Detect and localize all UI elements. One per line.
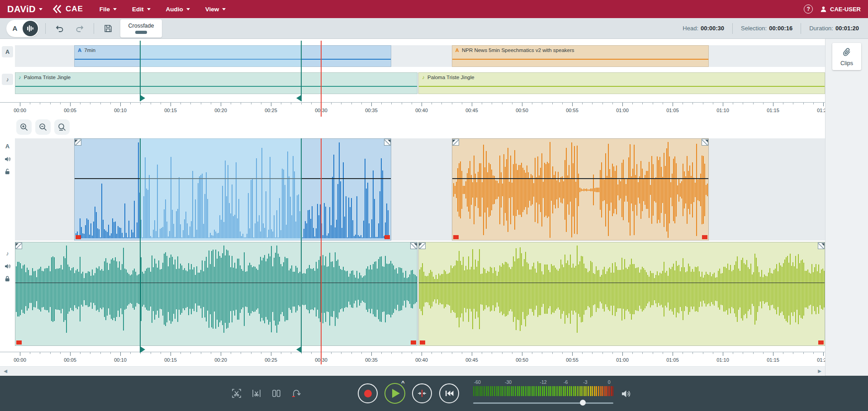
play-from-playhead-button[interactable]: [412, 383, 432, 403]
redo-button[interactable]: [72, 21, 87, 36]
ruler-tick: [502, 352, 503, 354]
track-music-volume-button[interactable]: [3, 262, 12, 270]
undo-button[interactable]: [52, 21, 67, 36]
clip-volume-line[interactable]: [15, 283, 417, 283]
overview-track-music-badge[interactable]: ♪: [2, 74, 13, 85]
clip-marker-left[interactable]: [76, 235, 81, 239]
overview-clip-paloma-triste-jingle[interactable]: ♪Paloma Triste Jingle: [15, 72, 417, 94]
zoom-in-button[interactable]: [16, 119, 32, 135]
clip-paloma-triste-jingle[interactable]: [418, 242, 825, 346]
scroll-right-button[interactable]: ▶: [816, 368, 823, 374]
david-logo-menu[interactable]: DAViD: [7, 4, 43, 14]
fade-out-handle[interactable]: [384, 139, 391, 146]
fade-in-handle[interactable]: [419, 242, 426, 249]
overview-clip-7min[interactable]: A7min: [74, 45, 392, 67]
track-a-volume-button[interactable]: [3, 155, 12, 163]
menu-file[interactable]: File: [100, 6, 117, 13]
clip-volume-line[interactable]: [75, 178, 391, 179]
ruler-tick: [301, 103, 302, 104]
ruler-tick-label: 01:20: [817, 357, 825, 363]
user-menu[interactable]: CAE-USER: [820, 6, 861, 13]
clip-volume-line[interactable]: [419, 283, 825, 283]
overview-ruler[interactable]: 00:0000:0500:1000:1500:2000:2500:3000:35…: [0, 102, 825, 117]
main-ruler[interactable]: 00:0000:0500:1000:1500:2000:2500:3000:35…: [0, 352, 825, 365]
clips-panel-button[interactable]: Clips: [832, 43, 861, 70]
selection-end-marker[interactable]: [296, 95, 301, 101]
skip-to-start-button[interactable]: [439, 383, 459, 403]
clip-marker-left[interactable]: [420, 340, 425, 345]
fade-out-handle[interactable]: [410, 242, 417, 249]
toolbar: A Crossfade Head:00:00:30 Selection:00:0…: [0, 18, 868, 39]
selection-end-line[interactable]: [301, 41, 302, 101]
monitor-mute-button[interactable]: [621, 388, 631, 401]
selection-end-line[interactable]: [301, 138, 302, 353]
overview-track-a-badge[interactable]: A: [2, 46, 13, 57]
zoom-fit-button[interactable]: [54, 119, 70, 135]
menu-edit[interactable]: Edit: [132, 6, 151, 13]
playhead[interactable]: [321, 138, 322, 364]
clip-type-icon: ♪: [422, 75, 425, 80]
zoom-out-button[interactable]: [35, 119, 51, 135]
selection-start-line[interactable]: [140, 138, 141, 353]
scroll-left-button[interactable]: ◀: [2, 368, 9, 374]
ruler-tick: [281, 352, 281, 354]
fade-in-handle[interactable]: [75, 139, 81, 146]
ruler-tick: [512, 352, 512, 354]
fade-out-handle[interactable]: [702, 139, 708, 146]
waveform-mode-button[interactable]: [23, 21, 38, 36]
help-button[interactable]: ?: [804, 5, 813, 14]
trim-selection-button[interactable]: [251, 388, 262, 400]
selection-end-marker[interactable]: [296, 346, 301, 353]
ruler-tick: [161, 103, 161, 104]
clip-marker-right[interactable]: [818, 340, 824, 345]
chevron-down-icon: [113, 8, 117, 10]
horizontal-scrollbar[interactable]: ◀ ▶: [0, 366, 825, 375]
fade-in-handle[interactable]: [15, 242, 22, 249]
track-music-lock-button[interactable]: [3, 274, 12, 283]
clip-marker-right[interactable]: [702, 235, 707, 239]
crossfade-button[interactable]: Crossfade: [120, 19, 162, 38]
clip-paloma-triste-jingle[interactable]: [15, 242, 417, 346]
meter-scale-label: 0: [608, 379, 611, 385]
track-music-lane[interactable]: [0, 242, 825, 346]
selection-start-marker[interactable]: [140, 95, 145, 101]
track-a-unlock-button[interactable]: [3, 167, 12, 176]
ruler-tick: [40, 352, 40, 354]
menu-view[interactable]: View: [205, 6, 226, 13]
clip-npr-news-5min-speechmatics-v2-with-speakers[interactable]: [452, 138, 709, 241]
cut-selection-button[interactable]: [231, 388, 242, 400]
record-button[interactable]: [358, 383, 378, 403]
selection-start-marker[interactable]: [140, 346, 145, 353]
crossfade-icon: [135, 31, 147, 34]
insert-gap-button[interactable]: [270, 388, 282, 400]
fade-in-handle[interactable]: [452, 139, 459, 146]
clip-7min[interactable]: [74, 138, 392, 241]
menu-audio[interactable]: Audio: [166, 6, 190, 13]
play-options-caret[interactable]: ^: [401, 379, 405, 386]
volume-knob[interactable]: [580, 400, 586, 406]
playhead-overview[interactable]: [321, 41, 322, 117]
clip-marker-left[interactable]: [16, 340, 22, 345]
clip-marker-right[interactable]: [411, 340, 416, 345]
clip-type-icon: ♪: [19, 75, 21, 80]
ruler-tick: [161, 352, 161, 354]
selection-start-line[interactable]: [140, 41, 141, 101]
volume-slider[interactable]: [473, 400, 613, 406]
time-info: Head:00:00:30 Selection:00:00:16 Duratio…: [683, 23, 862, 34]
volume-track[interactable]: [473, 402, 613, 404]
overview-clip-npr-news-5min-speechmatics-v2-with-speakers[interactable]: ANPR News 5min Speechmatics v2 with spea…: [452, 45, 709, 67]
ripple-undo-button[interactable]: [290, 388, 302, 400]
main-menus: File Edit Audio View: [100, 6, 226, 13]
clip-marker-left[interactable]: [453, 235, 459, 239]
ruler-tick: [30, 352, 30, 354]
clip-volume-line[interactable]: [452, 178, 708, 179]
fade-out-handle[interactable]: [818, 242, 825, 249]
clip-marker-right[interactable]: [384, 235, 390, 239]
mode-a-button[interactable]: A: [7, 21, 23, 36]
ruler-tick-label: 00:40: [415, 108, 428, 113]
track-a-lane[interactable]: [0, 138, 825, 241]
save-button[interactable]: [100, 21, 116, 36]
ruler-tick: [100, 352, 101, 354]
ruler-tick: [823, 103, 824, 106]
overview-clip-paloma-triste-jingle[interactable]: ♪Paloma Triste Jingle: [418, 72, 825, 94]
